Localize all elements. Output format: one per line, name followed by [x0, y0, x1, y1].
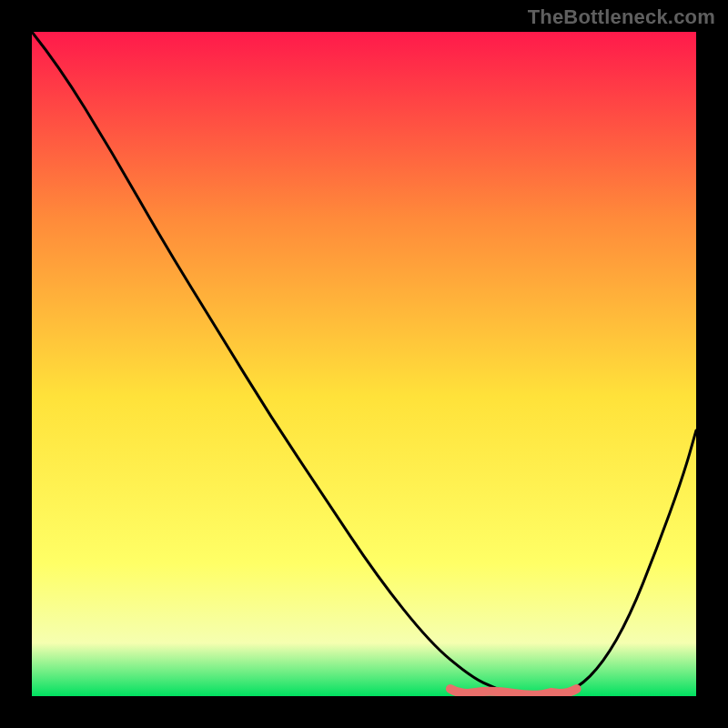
chart-svg [32, 32, 696, 696]
chart-frame: TheBottleneck.com [0, 0, 728, 728]
gradient-background [32, 32, 696, 696]
watermark-label: TheBottleneck.com [528, 5, 715, 29]
plot-area [32, 32, 696, 696]
optimal-range-highlight [450, 689, 577, 695]
